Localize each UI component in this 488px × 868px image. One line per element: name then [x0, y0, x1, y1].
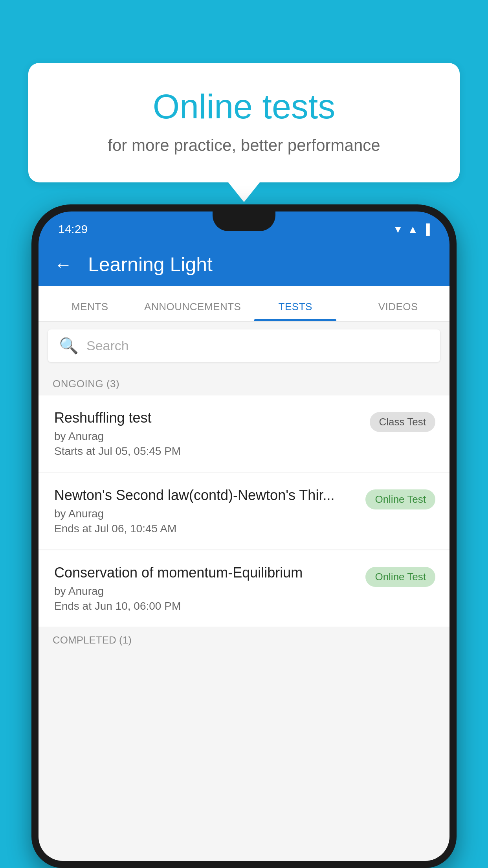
status-time: 14:29 [58, 223, 88, 236]
bubble-title: Online tests [52, 86, 436, 127]
test-item-reshuffling[interactable]: Reshuffling test by Anurag Starts at Jul… [39, 395, 449, 472]
test-by-reshuffling: by Anurag [54, 430, 362, 443]
test-time-newtons: Ends at Jul 06, 10:45 AM [54, 522, 358, 535]
test-item-newtons[interactable]: Newton's Second law(contd)-Newton's Thir… [39, 473, 449, 549]
test-badge-reshuffling: Class Test [370, 412, 435, 432]
test-badge-conservation: Online Test [365, 567, 435, 587]
search-bar[interactable]: 🔍 Search [48, 329, 440, 362]
test-badge-newtons: Online Test [365, 489, 435, 509]
app-header: ← Learning Light [39, 243, 449, 286]
test-name-conservation: Conservation of momentum-Equilibrium [54, 565, 358, 581]
tabs-bar: MENTS ANNOUNCEMENTS TESTS VIDEOS [39, 286, 449, 322]
search-placeholder: Search [86, 338, 129, 353]
phone-content: 🔍 Search ONGOING (3) Reshuffling test by… [39, 322, 449, 861]
test-by-newtons: by Anurag [54, 508, 358, 520]
test-name-reshuffling: Reshuffling test [54, 410, 362, 426]
tab-announcements[interactable]: ANNOUNCEMENTS [141, 301, 244, 321]
search-icon: 🔍 [59, 337, 79, 355]
status-bar: 14:29 ▼ ▲ ▐ [39, 211, 449, 243]
test-info-conservation: Conservation of momentum-Equilibrium by … [54, 565, 358, 612]
battery-icon: ▐ [423, 223, 430, 235]
test-info-newtons: Newton's Second law(contd)-Newton's Thir… [54, 487, 358, 535]
ongoing-section-header: ONGOING (3) [39, 370, 449, 395]
tab-ments[interactable]: MENTS [39, 301, 141, 321]
test-info-reshuffling: Reshuffling test by Anurag Starts at Jul… [54, 410, 362, 458]
phone-frame: 14:29 ▼ ▲ ▐ ← Learning Light MENTS ANNOU… [31, 204, 457, 868]
wifi-icon: ▼ [393, 223, 403, 235]
tab-videos[interactable]: VIDEOS [347, 301, 450, 321]
notch [213, 211, 275, 231]
status-icons: ▼ ▲ ▐ [393, 223, 430, 235]
test-by-conservation: by Anurag [54, 585, 358, 598]
test-item-conservation[interactable]: Conservation of momentum-Equilibrium by … [39, 550, 449, 627]
test-time-reshuffling: Starts at Jul 05, 05:45 PM [54, 445, 362, 458]
phone-screen: 14:29 ▼ ▲ ▐ ← Learning Light MENTS ANNOU… [39, 211, 449, 861]
speech-bubble: Online tests for more practice, better p… [28, 63, 460, 182]
tab-tests[interactable]: TESTS [244, 301, 347, 321]
bubble-subtitle: for more practice, better performance [52, 136, 436, 155]
test-name-newtons: Newton's Second law(contd)-Newton's Thir… [54, 487, 358, 504]
signal-icon: ▲ [408, 223, 418, 235]
back-button[interactable]: ← [54, 254, 72, 275]
test-time-conservation: Ends at Jun 10, 06:00 PM [54, 600, 358, 612]
completed-section-header: COMPLETED (1) [39, 628, 449, 649]
app-title: Learning Light [88, 253, 213, 276]
